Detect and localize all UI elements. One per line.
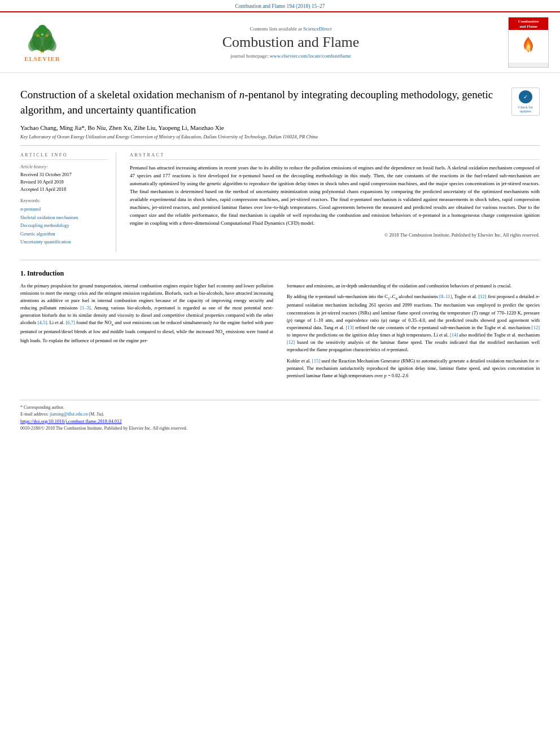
intro-right-para-2: By adding the n-pentanol sub-mechanism i… bbox=[287, 293, 540, 354]
article-history: Article history: Received 31 October 201… bbox=[20, 164, 108, 193]
received-date: Received 31 October 2017 bbox=[20, 171, 108, 178]
doi-anchor[interactable]: https://doi.org/10.1016/j.combust flame.… bbox=[20, 418, 122, 424]
elsevier-logo: ELSEVIER bbox=[11, 23, 73, 62]
corresponding-author-note: * Corresponding author. bbox=[20, 405, 540, 410]
top-citation-bar: Combustion and Flame 194 (2018) 15–27 bbox=[0, 0, 560, 11]
intro-two-col: As the primary propulsion for ground tra… bbox=[20, 282, 540, 383]
keyword-4[interactable]: Genetic algorithm bbox=[20, 230, 108, 238]
cite-6-7[interactable]: [6,7] bbox=[65, 320, 75, 325]
cite-4-5[interactable]: [4,5] bbox=[38, 320, 47, 325]
revised-date: Revised 10 April 2018 bbox=[20, 178, 108, 186]
accepted-date: Accepted 11 April 2018 bbox=[20, 186, 108, 193]
abstract-header: ABSTRACT bbox=[130, 152, 540, 160]
journal-title-block: Contents lists available at ScienceDirec… bbox=[73, 26, 508, 59]
cite-12c[interactable]: [12] bbox=[287, 339, 295, 345]
svg-point-4 bbox=[28, 40, 36, 51]
cite-15[interactable]: [15] bbox=[312, 358, 320, 364]
cover-title-band: Combustion and Flame bbox=[509, 18, 548, 30]
cite-13[interactable]: [13] bbox=[345, 325, 353, 330]
cite-12b[interactable]: [12] bbox=[532, 325, 540, 330]
check-badge-icon: ✓ bbox=[519, 90, 532, 103]
sciencedirect-link[interactable]: ScienceDirect bbox=[303, 26, 331, 32]
intro-left-para-1: As the primary propulsion for ground tra… bbox=[20, 282, 273, 344]
svg-point-8 bbox=[46, 34, 49, 37]
abstract-text: Pentanol has attracted increasing attent… bbox=[130, 164, 540, 228]
cover-flame-icon bbox=[517, 36, 540, 57]
elsevier-wordmark: ELSEVIER bbox=[24, 55, 60, 62]
journal-homepage-line: journal homepage: www.elsevier.com/locat… bbox=[73, 53, 508, 59]
cover-mid-section bbox=[509, 30, 548, 63]
issn-line: 0010-2180/© 2018 The Combustion Institut… bbox=[20, 426, 540, 431]
cite-14[interactable]: [14] bbox=[450, 332, 458, 338]
check-updates-badge: ✓ Check for updates bbox=[511, 88, 540, 116]
email-line: E-mail address: jiaming@dlut.edu.cn (M. … bbox=[20, 412, 540, 417]
affiliation-line: Key Laboratory of Ocean Energy Utilizati… bbox=[20, 134, 506, 139]
svg-point-5 bbox=[49, 40, 56, 51]
cite-1-3[interactable]: [1–3] bbox=[80, 305, 90, 311]
keyword-3[interactable]: Decoupling methodology bbox=[20, 221, 108, 229]
journal-citation-link[interactable]: Combustion and Flame 194 (2018) 15–27 bbox=[235, 3, 325, 9]
cover-bottom-band bbox=[509, 63, 548, 67]
authors-line: Yachao Chang, Ming Jia*, Bo Niu, Zhen Xu… bbox=[20, 124, 506, 131]
article-info-header: ARTICLE INFO bbox=[20, 152, 108, 160]
journal-homepage-link[interactable]: www.elsevier.com/locate/combustflame bbox=[270, 53, 351, 59]
keyword-5[interactable]: Uncertainty quantification bbox=[20, 238, 108, 246]
article-footer: * Corresponding author. E-mail address: … bbox=[20, 400, 540, 431]
svg-point-7 bbox=[37, 34, 40, 37]
history-label: Article history: bbox=[20, 164, 108, 169]
svg-point-9 bbox=[41, 33, 43, 36]
author-email-link[interactable]: jiaming@dlut.edu.cn bbox=[50, 412, 88, 417]
main-content: Construction of a skeletal oxidation mec… bbox=[0, 73, 560, 442]
journal-header: ELSEVIER Contents lists available at Sci… bbox=[0, 11, 560, 73]
introduction-section: 1. Introduction As the primary propulsio… bbox=[20, 260, 540, 383]
abstract-copyright: © 2018 The Combustion Institute. Publish… bbox=[130, 232, 540, 238]
article-title: Construction of a skeletal oxidation mec… bbox=[20, 88, 506, 117]
elsevier-tree-icon bbox=[25, 23, 59, 54]
article-body: ARTICLE INFO Article history: Received 3… bbox=[20, 146, 540, 260]
journal-cover-thumbnail: Combustion and Flame bbox=[508, 17, 549, 68]
keywords-section: Keywords: n-pentanol Skeletal oxidation … bbox=[20, 198, 108, 246]
cite-12[interactable]: [12] bbox=[478, 294, 486, 299]
intro-right-col: formance and emissions, an in-depth unde… bbox=[287, 282, 540, 383]
journal-name: Combustion and Flame bbox=[73, 34, 508, 51]
intro-right-para-1: formance and emissions, an in-depth unde… bbox=[287, 282, 540, 290]
cite-8-11[interactable]: [8–11] bbox=[439, 294, 452, 299]
doi-link[interactable]: https://doi.org/10.1016/j.combust flame.… bbox=[20, 418, 540, 424]
article-info-column: ARTICLE INFO Article history: Received 3… bbox=[20, 152, 116, 251]
article-title-block: Construction of a skeletal oxidation mec… bbox=[20, 78, 540, 146]
contents-available-line: Contents lists available at ScienceDirec… bbox=[73, 26, 508, 32]
keyword-1[interactable]: n-pentanol bbox=[20, 205, 108, 213]
keywords-label: Keywords: bbox=[20, 198, 108, 203]
intro-section-title: 1. Introduction bbox=[20, 269, 540, 278]
keyword-2[interactable]: Skeletal oxidation mechanism bbox=[20, 213, 108, 221]
intro-left-col: As the primary propulsion for ground tra… bbox=[20, 282, 273, 383]
abstract-column: ABSTRACT Pentanol has attracted increasi… bbox=[130, 152, 540, 251]
article-title-text-area: Construction of a skeletal oxidation mec… bbox=[20, 88, 506, 139]
intro-right-para-3: Kohler et al. [15] used the Reaction Mec… bbox=[287, 357, 540, 380]
